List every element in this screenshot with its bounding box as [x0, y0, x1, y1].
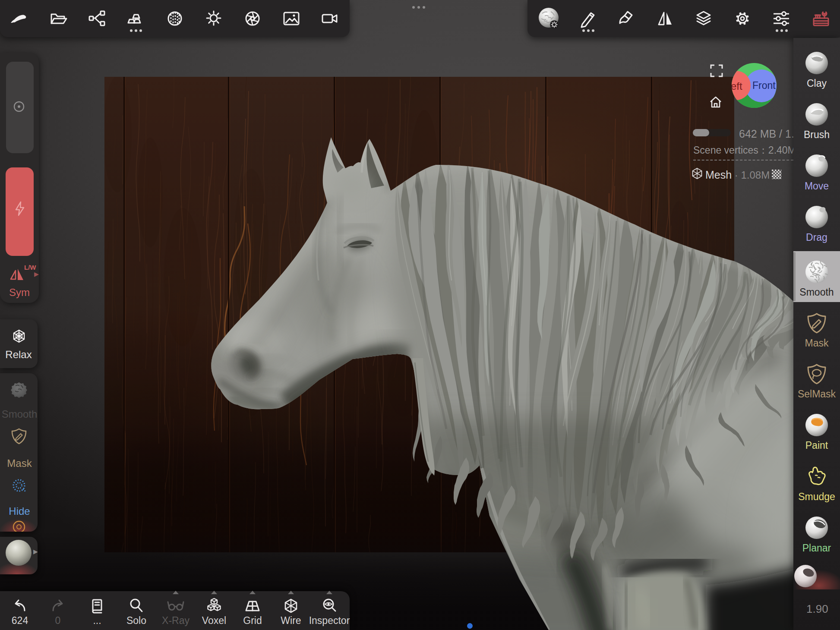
- svg-text:eft: eft: [731, 80, 742, 92]
- svg-text:Front: Front: [752, 80, 776, 91]
